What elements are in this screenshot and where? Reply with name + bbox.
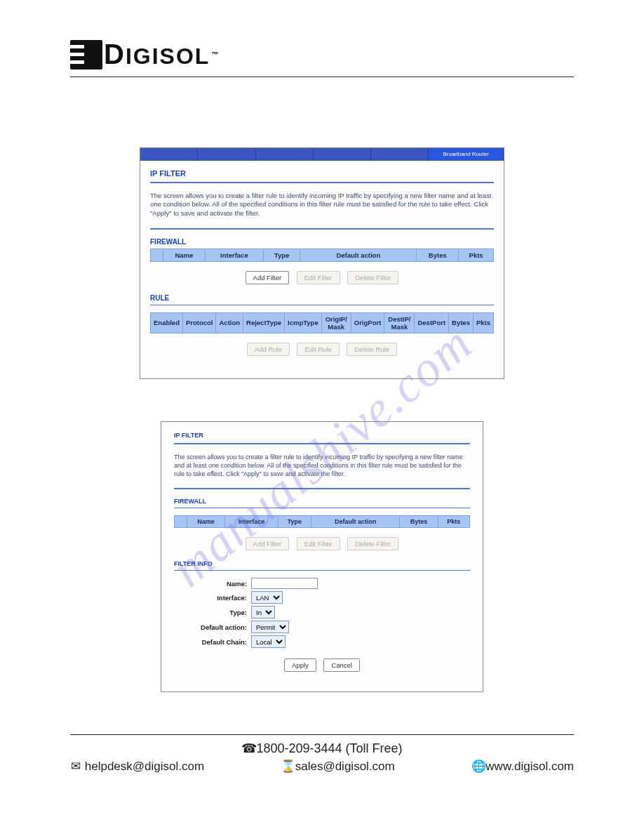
edit-rule-button[interactable]: Edit Rule [297, 343, 340, 356]
col-name: Name [163, 249, 206, 261]
add-rule-button[interactable]: Add Rule [247, 343, 290, 356]
section-firewall-label: FIREWALL [150, 238, 494, 246]
firewall-table: Name Interface Type Default action Bytes… [174, 515, 470, 528]
type-label: Type: [174, 609, 251, 616]
default-action-label: Default action: [174, 623, 251, 631]
edit-filter-button[interactable]: Edit Filter [297, 271, 340, 284]
col-destport: DestPort [415, 312, 449, 333]
hourglass-icon: ⌛ [281, 759, 292, 774]
divider [150, 305, 494, 305]
apply-button[interactable]: Apply [284, 658, 316, 672]
page-title: IP FILTER [150, 169, 494, 178]
col-action: Action [216, 312, 243, 333]
default-chain-select[interactable]: Local [251, 635, 286, 648]
section-firewall-label: FIREWALL [174, 498, 470, 505]
mail-icon: ✉ [70, 759, 81, 774]
edit-filter-button[interactable]: Edit Filter [297, 537, 340, 550]
col-icmptype: IcmpType [285, 312, 322, 333]
nav-tab[interactable] [198, 148, 255, 161]
col-type: Type [264, 249, 300, 261]
footer-helpdesk: helpdesk@digisol.com [85, 760, 204, 773]
col-name: Name [187, 516, 225, 528]
col-origport: OrigPort [351, 312, 384, 333]
interface-select[interactable]: LAN [251, 591, 283, 604]
delete-filter-button[interactable]: Delete Filter [347, 271, 398, 284]
footer-phone: 1800-209-3444 (Toll Free) [256, 741, 402, 755]
col-interface: Interface [225, 516, 278, 528]
col-interface: Interface [205, 249, 263, 261]
delete-rule-button[interactable]: Delete Rule [347, 343, 397, 356]
phone-icon: ☎ [241, 741, 253, 756]
col-default-action: Default action [300, 249, 417, 261]
cancel-button[interactable]: Cancel [323, 658, 360, 672]
col-enabled: Enabled [151, 312, 183, 333]
top-nav-bar: Broadband Router [140, 148, 504, 161]
default-action-select[interactable]: Permit [251, 621, 289, 633]
divider [174, 488, 470, 489]
table-header-lead [151, 249, 163, 261]
nav-tab[interactable] [371, 148, 429, 161]
footer-web: www.digisol.com [485, 760, 574, 773]
trademark-icon: ™ [211, 51, 220, 58]
footer-sales: sales@digisol.com [295, 760, 395, 773]
col-bytes: Bytes [417, 249, 459, 261]
delete-filter-button[interactable]: Delete Filter [347, 537, 398, 550]
add-filter-button[interactable]: Add Filter [246, 271, 290, 284]
col-default-action: Default action [311, 516, 400, 528]
add-filter-button[interactable]: Add Filter [246, 537, 290, 550]
col-destip: DestIP/ Mask [384, 312, 415, 333]
description-text: The screen allows you to create a filter… [150, 192, 494, 218]
section-filter-info-label: FILTER INFO [174, 560, 470, 567]
table-header-lead [175, 516, 187, 528]
col-pkts: Pkts [473, 312, 493, 333]
globe-icon: 🌐 [471, 759, 483, 774]
divider [150, 228, 494, 230]
nav-tab[interactable] [256, 148, 314, 161]
logo-text: DIGISOL [104, 39, 210, 70]
col-origip: OrigIP/ Mask [321, 312, 351, 333]
logo-mark-icon [70, 40, 102, 70]
col-bytes: Bytes [449, 312, 474, 333]
screenshot-panel-1: Broadband Router IP FILTER The screen al… [140, 147, 504, 379]
screenshot-panel-2: IP FILTER The screen allows you to creat… [161, 421, 483, 692]
divider [174, 570, 470, 571]
nav-tab[interactable] [314, 148, 371, 161]
rule-table: Enabled Protocol Action RejectType IcmpT… [150, 312, 494, 333]
nav-brand-label: Broadband Router [429, 148, 504, 161]
section-rule-label: RULE [150, 294, 494, 302]
page-title: IP FILTER [174, 432, 470, 439]
col-type: Type [278, 516, 311, 528]
col-protocol: Protocol [182, 312, 216, 333]
page-footer: ☎ 1800-209-3444 (Toll Free) ✉ helpdesk@d… [70, 734, 574, 774]
divider [174, 508, 470, 508]
default-chain-label: Default Chain: [174, 638, 251, 646]
divider [150, 182, 494, 183]
name-input[interactable] [251, 578, 318, 589]
nav-tab[interactable] [140, 148, 198, 161]
name-label: Name: [174, 580, 251, 588]
header-logo-row: DIGISOL ™ [70, 39, 574, 77]
brand-logo: DIGISOL ™ [70, 39, 220, 70]
interface-label: Interface: [174, 594, 251, 602]
divider [174, 443, 470, 444]
col-pkts: Pkts [459, 249, 494, 261]
col-pkts: Pkts [438, 516, 469, 528]
col-rejecttype: RejectType [243, 312, 285, 333]
firewall-table: Name Interface Type Default action Bytes… [150, 249, 494, 262]
description-text: The screen allows you to create a filter… [174, 453, 470, 478]
col-bytes: Bytes [400, 516, 438, 528]
type-select[interactable]: In [251, 606, 275, 618]
